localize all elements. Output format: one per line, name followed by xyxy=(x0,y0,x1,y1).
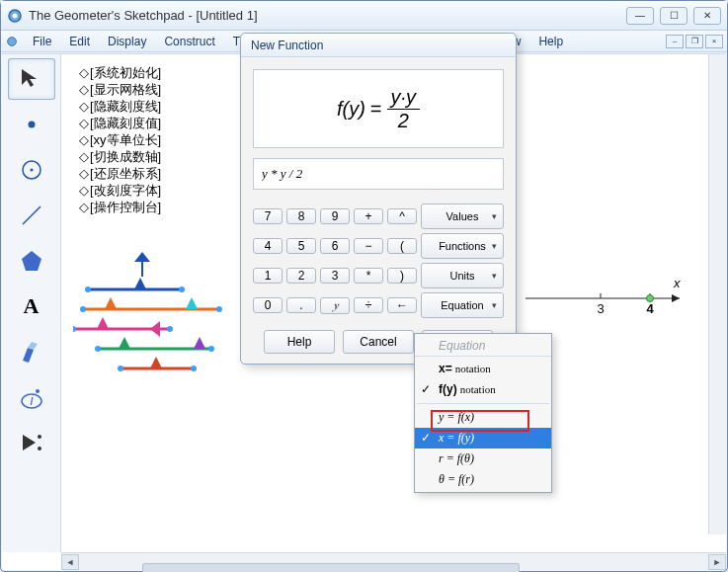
tool-info[interactable]: i xyxy=(8,376,55,418)
svg-point-11 xyxy=(38,447,41,450)
svg-marker-19 xyxy=(105,297,117,309)
svg-marker-25 xyxy=(150,357,162,368)
tool-custom[interactable] xyxy=(8,422,55,463)
equation-dropdown[interactable]: Equation xyxy=(421,292,504,318)
key-minus[interactable]: − xyxy=(354,238,383,254)
x-axis[interactable]: 3 4 x xyxy=(526,274,693,323)
mdi-close-button[interactable]: × xyxy=(705,35,723,48)
doc-icon xyxy=(5,35,19,48)
action-item[interactable]: [隐藏刻度值] xyxy=(79,115,161,131)
equation-y-fx[interactable]: y = f(x) xyxy=(415,407,551,428)
key-4[interactable]: 4 xyxy=(253,238,283,254)
help-button[interactable]: Help xyxy=(264,330,335,354)
mdi-min-button[interactable]: – xyxy=(666,35,684,48)
tool-text[interactable]: A xyxy=(8,286,55,327)
action-item[interactable]: [切换成数轴] xyxy=(79,148,161,165)
svg-marker-22 xyxy=(150,321,160,337)
key-5[interactable]: 5 xyxy=(286,238,316,254)
close-button[interactable]: ✕ xyxy=(693,7,721,25)
key-9[interactable]: 9 xyxy=(320,208,350,224)
svg-line-6 xyxy=(23,206,40,224)
svg-point-12 xyxy=(38,435,41,439)
key-rparen[interactable]: ) xyxy=(387,268,417,284)
key-back[interactable]: ← xyxy=(387,297,417,313)
key-mult[interactable]: * xyxy=(354,268,383,284)
action-item[interactable]: [xy等单位长] xyxy=(79,131,161,148)
scroll-right-button[interactable]: ► xyxy=(708,554,726,570)
custom-icon xyxy=(18,429,45,456)
svg-marker-38 xyxy=(672,294,680,302)
equation-r-ftheta[interactable]: r = f(θ) xyxy=(415,449,551,469)
key-1[interactable]: 1 xyxy=(253,268,283,284)
titlebar[interactable]: The Geometer's Sketchpad - [Untitled 1] … xyxy=(1,1,727,31)
units-dropdown[interactable]: Units xyxy=(421,263,504,288)
vertical-scrollbar[interactable] xyxy=(708,54,726,534)
point-icon xyxy=(18,111,45,138)
slider-widget[interactable] xyxy=(73,252,231,380)
svg-marker-20 xyxy=(186,297,198,309)
axis-label-x: x xyxy=(673,276,681,290)
menu-help[interactable]: Help xyxy=(530,33,571,50)
equation-theta-fr[interactable]: θ = f(r) xyxy=(415,469,551,490)
cancel-button[interactable]: Cancel xyxy=(343,330,414,354)
action-item[interactable]: [隐藏刻度线] xyxy=(79,98,161,115)
polygon-icon xyxy=(18,247,45,275)
key-dot[interactable]: . xyxy=(286,297,316,313)
svg-point-35 xyxy=(118,366,123,371)
tick-3: 3 xyxy=(597,301,604,316)
tool-point[interactable] xyxy=(8,104,55,145)
expression-input[interactable] xyxy=(253,158,504,190)
tool-polygon[interactable] xyxy=(8,240,55,282)
dialog-title[interactable]: New Function xyxy=(241,34,516,57)
scroll-left-button[interactable]: ◄ xyxy=(61,554,79,570)
horizontal-scrollbar[interactable]: ◄ ► xyxy=(61,552,726,570)
tool-arrow[interactable] xyxy=(8,58,55,100)
svg-point-30 xyxy=(216,306,222,312)
svg-point-31 xyxy=(73,326,76,332)
notation-fy[interactable]: f(y) notation xyxy=(415,379,551,400)
menu-edit[interactable]: Edit xyxy=(61,33,98,50)
action-item[interactable]: [还原坐标系] xyxy=(79,165,161,182)
key-6[interactable]: 6 xyxy=(320,238,350,254)
action-item[interactable]: [改刻度字体] xyxy=(79,182,161,199)
action-item[interactable]: [系统初始化] xyxy=(79,64,161,81)
marker-icon xyxy=(18,338,45,366)
svg-point-36 xyxy=(191,366,197,371)
action-item[interactable]: [操作控制台] xyxy=(79,199,161,215)
scroll-thumb[interactable] xyxy=(142,563,520,573)
maximize-button[interactable]: ☐ xyxy=(660,7,688,25)
function-preview: f(y) = y·y 2 xyxy=(253,69,504,148)
tool-marker[interactable] xyxy=(8,331,55,372)
tool-line[interactable] xyxy=(8,195,55,236)
notation-x-equals[interactable]: x= notation xyxy=(415,359,551,379)
svg-point-27 xyxy=(85,286,91,292)
tool-circle[interactable] xyxy=(8,149,55,191)
key-caret[interactable]: ^ xyxy=(387,208,417,224)
key-3[interactable]: 3 xyxy=(320,268,350,284)
text-icon: A xyxy=(24,293,40,319)
action-list: [系统初始化] [显示网格线] [隐藏刻度线] [隐藏刻度值] [xy等单位长]… xyxy=(79,64,161,215)
submenu-header: Equation xyxy=(415,336,551,357)
key-8[interactable]: 8 xyxy=(286,208,316,224)
menu-file[interactable]: File xyxy=(25,33,59,50)
menu-construct[interactable]: Construct xyxy=(156,33,222,50)
window-title: The Geometer's Sketchpad - [Untitled 1] xyxy=(29,8,626,23)
action-item[interactable]: [显示网格线] xyxy=(79,81,161,98)
functions-dropdown[interactable]: Functions xyxy=(421,233,504,259)
equation-x-fy[interactable]: x = f(y) xyxy=(415,428,551,449)
values-dropdown[interactable]: Values xyxy=(421,204,504,229)
minimize-button[interactable]: — xyxy=(626,7,654,25)
svg-point-32 xyxy=(167,326,173,332)
key-2[interactable]: 2 xyxy=(286,268,316,284)
key-var[interactable]: 𝑦 xyxy=(320,297,350,314)
key-div[interactable]: ÷ xyxy=(354,297,383,313)
key-lparen[interactable]: ( xyxy=(387,238,417,254)
key-7[interactable]: 7 xyxy=(253,208,283,224)
menu-display[interactable]: Display xyxy=(100,33,154,50)
svg-marker-21 xyxy=(97,317,109,329)
key-plus[interactable]: + xyxy=(354,208,383,224)
mdi-controls: – ❐ × xyxy=(666,35,723,48)
svg-point-28 xyxy=(179,286,185,292)
mdi-restore-button[interactable]: ❐ xyxy=(686,35,703,48)
key-0[interactable]: 0 xyxy=(253,297,283,313)
